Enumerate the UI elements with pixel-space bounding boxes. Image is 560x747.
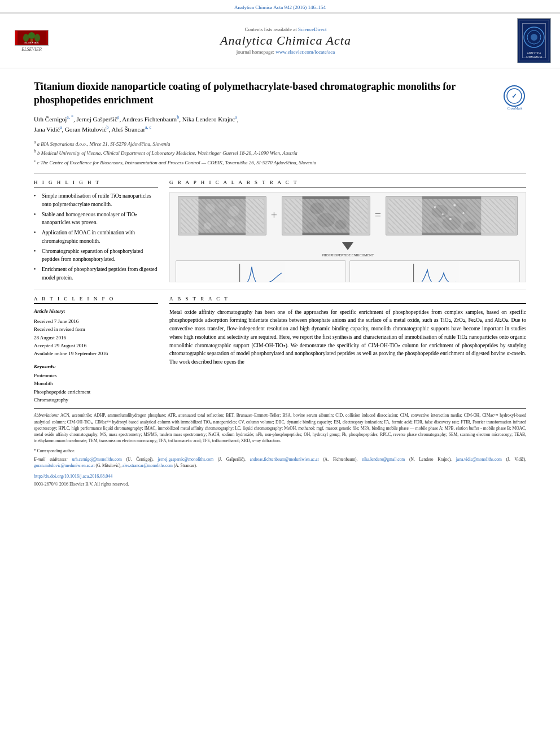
svg-point-25 <box>329 202 341 212</box>
email-andreas: andreas.fichtenbaum@meduniwien.ac.at <box>250 457 319 462</box>
affiliations: a a BIA Separations d.o.o., Mirce 21, SI… <box>34 139 526 167</box>
graphical-abstract-section: G R A P H I C A L A B S T R A C T TiO₂ F… <box>169 180 526 284</box>
elsevier-label: ELSEVIER <box>21 47 42 52</box>
highlight-list: Simple immobilisation of rutile TiO₂ nan… <box>34 192 158 282</box>
affiliation-b: b b Medical University of Vienna, Clinic… <box>34 148 526 157</box>
abbreviations-label: Abbreviations: <box>34 413 59 418</box>
crossmark-label: CrossMark <box>504 107 526 110</box>
keyword-chromatography: Chromatography <box>34 396 158 404</box>
svg-point-9 <box>531 34 537 41</box>
page: Analytica Chimica Acta 942 (2016) 146–15… <box>0 0 560 747</box>
email-nika: nika.lendero@gmail.com <box>362 457 405 462</box>
corresponding-note: * Corresponding author. <box>34 448 526 454</box>
copyright-text: 0003-2670/© 2016 Elsevier B.V. All right… <box>34 481 526 488</box>
svg-text:✓: ✓ <box>511 92 517 100</box>
svg-rect-15 <box>199 196 246 235</box>
contents-available-text: Contents lists available at <box>245 27 297 32</box>
footnote-area: Abbreviations: ACN, acetonitrile; ADHP, … <box>0 408 560 488</box>
keyword-monolith: Monolith <box>34 379 158 387</box>
info-abstract-section: A R T I C L E I N F O Article history: R… <box>34 296 526 404</box>
graphical-abstract-header: G R A P H I C A L A B S T R A C T <box>169 180 526 187</box>
received-revised-date: 28 August 2016 <box>34 334 158 342</box>
sciencedirect-line: Contents lists available at ScienceDirec… <box>60 27 511 32</box>
svg-point-39 <box>449 217 452 220</box>
svg-point-19 <box>210 214 222 226</box>
highlight-header: H I G H L I G H T <box>34 180 158 187</box>
email-nika-name: (N. Lendero Krajnc), <box>409 457 456 462</box>
email-ales: ales.strancar@monoliths.com <box>123 463 173 468</box>
svg-point-22 <box>235 221 244 231</box>
svg-point-8 <box>527 30 541 44</box>
author-jana: Jana Vidič <box>34 126 60 133</box>
ga-bottom-label: PHOSPHOPEPTIDE ENRICHMENT <box>173 254 522 257</box>
svg-point-16 <box>205 203 215 213</box>
journal-title: Analytica Chimica Acta <box>60 33 511 48</box>
svg-point-38 <box>462 212 464 213</box>
homepage-label: journal homepage: <box>237 49 274 55</box>
elsevier-logo-image: ELSEVIER <box>15 30 49 46</box>
article-history: Article history: Received 7 June 2016 Re… <box>34 308 158 358</box>
svg-point-1 <box>28 32 35 39</box>
svg-point-33 <box>428 223 439 231</box>
svg-point-28 <box>335 220 347 230</box>
ga-chart-2 <box>349 260 520 283</box>
sciencedirect-link[interactable]: ScienceDirect <box>298 27 326 32</box>
email-goran-name: (G. Mitulović), <box>95 463 123 468</box>
highlight-graphical-section: H I G H L I G H T Simple immobilisation … <box>34 180 526 284</box>
authors-line: Urh Černigoja, *, Jernej Gašperšiča, And… <box>34 114 526 135</box>
svg-point-31 <box>453 203 467 213</box>
svg-rect-29 <box>422 196 482 235</box>
svg-text:CHIMICA ACTA: CHIMICA ACTA <box>526 55 542 58</box>
homepage-url[interactable]: www.elsevier.com/locate/aca <box>275 49 335 55</box>
svg-rect-23 <box>302 196 349 235</box>
received-revised-label: Received in revised form <box>34 325 158 333</box>
history-label: Article history: <box>34 308 158 314</box>
svg-point-37 <box>453 204 456 206</box>
svg-point-34 <box>463 221 476 231</box>
highlight-item-1: Simple immobilisation of rutile TiO₂ nan… <box>34 192 158 208</box>
svg-point-7 <box>524 27 544 47</box>
author-goran: Goran Mitulović <box>65 126 107 133</box>
abstract-text: Metal oxide affinity chromatography has … <box>169 308 526 366</box>
journal-header: ELSEVIER ELSEVIER Contents lists availab… <box>0 12 560 68</box>
email-andreas-name: (A. Fichtenbaum), <box>323 457 362 462</box>
article-info-header: A R T I C L E I N F O <box>34 296 158 304</box>
svg-point-3 <box>23 34 29 42</box>
citation-text: Analytica Chimica Acta 942 (2016) 146–15… <box>234 5 326 10</box>
journal-cover-image: ANALYTICA CHIMICA ACTA <box>517 18 551 63</box>
ga-plus-symbol: + <box>271 209 277 222</box>
email-ales-name: (A. Štrancar). <box>174 463 197 468</box>
ga-arrow-down <box>173 242 522 251</box>
author-jernej: Jernej Gašperšič <box>76 115 117 122</box>
email-label: E-mail addresses: <box>34 457 68 462</box>
keywords-label: Keywords: <box>34 364 158 369</box>
abstract-header: A B S T R A C T <box>169 296 526 304</box>
svg-point-17 <box>218 202 226 209</box>
email-section: E-mail addresses: urh.cernigoj@monoliths… <box>34 456 526 469</box>
divider-1 <box>34 173 526 174</box>
svg-point-26 <box>317 213 335 227</box>
affiliation-c: c c The Centre of Excellence for Biosens… <box>34 158 526 167</box>
affiliation-a: a a BIA Separations d.o.o., Mirce 21, SI… <box>34 139 526 148</box>
available-online: Available online 19 September 2016 <box>34 350 158 357</box>
doi-link[interactable]: http://dx.doi.org/10.1016/j.aca.2016.08.… <box>34 473 526 480</box>
keywords-section: Keywords: Proteomics Monolith Phosphopep… <box>34 364 158 404</box>
ga-nanoparticle-image <box>178 196 266 235</box>
author-ales: Aleš Štrancar <box>111 126 145 133</box>
svg-point-35 <box>434 206 436 208</box>
highlight-item-4: Chromatographic separation of phosphoryl… <box>34 247 158 264</box>
ga-monolith-image <box>282 196 370 235</box>
crossmark-button[interactable]: ✓ CrossMark <box>504 85 526 108</box>
abbreviations-section: Abbreviations: ACN, acetonitrile; ADHP, … <box>34 412 526 444</box>
crossmark-circle: ✓ <box>504 85 525 107</box>
keyword-proteomics: Proteomics <box>34 372 158 379</box>
email-jana-name: (J. Vidič), <box>506 457 526 462</box>
emails-text: urh.cernigoj@monoliths.com <box>72 457 122 462</box>
svg-rect-44 <box>410 261 458 283</box>
svg-point-18 <box>229 206 239 217</box>
svg-point-27 <box>307 222 316 230</box>
svg-point-32 <box>442 216 461 230</box>
highlight-item-5: Enrichment of phosphorylated peptides fr… <box>34 265 158 282</box>
journal-homepage: journal homepage: www.elsevier.com/locat… <box>60 49 511 55</box>
highlight-item-3: Application of MOAC in combination with … <box>34 229 158 245</box>
